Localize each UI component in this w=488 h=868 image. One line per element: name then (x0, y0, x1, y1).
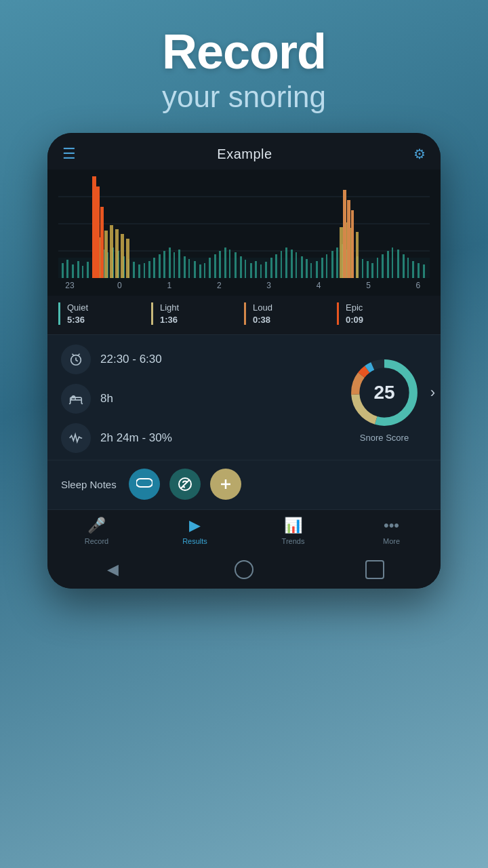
svg-rect-63 (362, 259, 363, 278)
svg-rect-66 (377, 258, 378, 278)
svg-rect-26 (174, 252, 175, 278)
bed-icon-circle (61, 384, 91, 414)
nav-more[interactable]: ••• More (342, 517, 441, 545)
settings-icon[interactable]: ⚙ (413, 146, 426, 162)
menu-icon[interactable]: ☰ (62, 145, 76, 163)
nav-results[interactable]: ▶ Results (146, 517, 244, 545)
svg-rect-48 (285, 248, 287, 278)
svg-rect-86 (92, 176, 96, 278)
svg-rect-71 (403, 254, 405, 278)
svg-rect-79 (115, 229, 119, 278)
x-label-0: 0 (109, 281, 129, 290)
svg-rect-42 (255, 261, 257, 278)
svg-rect-46 (275, 254, 277, 278)
svg-rect-77 (104, 231, 108, 278)
waveform-icon (68, 431, 83, 446)
legend-quiet-label: Quiet (67, 302, 151, 313)
sleep-notes-label: Sleep Notes (61, 479, 117, 490)
svg-rect-65 (371, 263, 373, 278)
nav-record[interactable]: 🎤 Record (47, 517, 146, 545)
hero-section: Record your snoring (162, 27, 326, 114)
chart-area: 23 0 1 2 3 4 5 6 (47, 170, 441, 296)
svg-rect-23 (159, 254, 161, 278)
donut-wrap: 25 › Snore Score (347, 344, 427, 453)
bed-icon (68, 391, 83, 406)
svg-rect-75 (423, 264, 425, 278)
svg-line-93 (73, 354, 75, 356)
x-label-1: 1 (159, 281, 180, 290)
add-note-button[interactable] (210, 469, 241, 500)
svg-rect-18 (133, 262, 135, 278)
svg-rect-4 (62, 263, 64, 278)
svg-rect-58 (336, 248, 338, 278)
svg-rect-88 (100, 207, 104, 278)
nav-trends[interactable]: 📊 Trends (244, 517, 342, 545)
legend-quiet: Quiet 5:36 (58, 302, 151, 325)
sleep-duration-text: 8h (100, 392, 113, 406)
sleep-time-row: 22:30 - 6:30 (61, 344, 340, 374)
svg-rect-38 (235, 252, 237, 278)
svg-rect-50 (296, 252, 297, 278)
svg-rect-85 (356, 232, 359, 278)
svg-rect-41 (250, 263, 252, 278)
svg-rect-89 (343, 190, 346, 278)
legend-epic: Epic 0:09 (337, 302, 430, 325)
svg-rect-45 (270, 258, 272, 278)
legend-loud-label: Loud (253, 302, 337, 313)
legend-light: Light 1:36 (151, 302, 244, 325)
hero-subtitle: your snoring (162, 80, 326, 114)
svg-rect-47 (281, 251, 282, 278)
svg-rect-27 (178, 250, 180, 278)
trends-icon: 📊 (284, 517, 302, 534)
svg-rect-68 (387, 251, 389, 278)
svg-rect-29 (188, 259, 190, 278)
svg-rect-33 (209, 258, 211, 278)
svg-rect-21 (148, 261, 150, 278)
x-label-23: 23 (60, 281, 80, 290)
legend-epic-value: 0:09 (346, 315, 430, 325)
home-button[interactable] (235, 560, 253, 579)
x-label-2: 2 (209, 281, 229, 290)
svg-rect-5 (66, 260, 68, 278)
system-bar: ◀ (47, 553, 441, 589)
nav-results-label: Results (182, 537, 207, 545)
svg-rect-73 (412, 261, 414, 278)
svg-rect-9 (87, 262, 89, 278)
snore-detail-text: 2h 24m - 30% (100, 431, 172, 445)
snore-detail-row: 2h 24m - 30% (61, 423, 340, 453)
svg-rect-74 (418, 263, 420, 278)
recents-button[interactable] (365, 560, 384, 579)
legend-loud: Loud 0:38 (244, 302, 337, 325)
horseshoe-note-button[interactable] (129, 469, 160, 500)
legend-quiet-value: 5:36 (67, 315, 151, 325)
svg-rect-56 (326, 254, 327, 278)
x-label-6: 6 (408, 281, 428, 290)
svg-rect-53 (310, 263, 312, 278)
svg-rect-52 (306, 259, 308, 278)
svg-rect-44 (265, 262, 267, 278)
nav-record-label: Record (85, 537, 108, 545)
svg-rect-55 (321, 258, 323, 278)
svg-rect-8 (82, 266, 83, 278)
svg-rect-7 (77, 261, 79, 278)
svg-rect-91 (351, 210, 354, 278)
svg-rect-30 (194, 261, 196, 278)
svg-rect-51 (301, 256, 303, 278)
svg-rect-25 (169, 248, 171, 278)
snore-score-label: Snore Score (360, 433, 409, 443)
svg-rect-32 (204, 263, 205, 278)
no-snore-note-button[interactable] (169, 469, 201, 500)
svg-rect-3 (58, 258, 430, 278)
svg-rect-90 (347, 200, 350, 278)
sleep-notes-section: Sleep Notes (47, 460, 441, 509)
svg-rect-87 (96, 186, 100, 278)
back-button[interactable]: ◀ (104, 560, 123, 579)
stats-section: 22:30 - 6:30 8h (47, 335, 441, 460)
donut-next-icon[interactable]: › (430, 384, 435, 401)
svg-rect-49 (291, 250, 293, 278)
waveform-icon-circle (61, 423, 91, 453)
svg-rect-24 (163, 251, 165, 278)
svg-rect-54 (316, 261, 318, 278)
alarm-icon-circle (61, 344, 91, 374)
svg-rect-34 (214, 254, 216, 278)
